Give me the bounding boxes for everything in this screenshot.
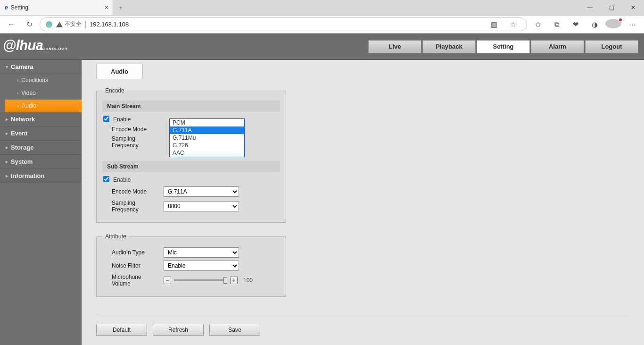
sidebar-group-system[interactable]: ▸ System <box>0 155 82 169</box>
chevron-right-icon: › <box>17 91 18 96</box>
sidebar-label: Network <box>11 116 35 123</box>
nav-refresh-icon[interactable]: ↻ <box>22 20 37 29</box>
save-button[interactable]: Save <box>209 324 260 336</box>
encode-option-g711mu[interactable]: G.711Mu <box>170 134 244 142</box>
action-buttons: Default Refresh Save <box>82 322 644 345</box>
not-secure-label: 不安全 <box>65 20 82 28</box>
sidebar-item-conditions[interactable]: › Conditions <box>5 74 82 87</box>
warning-icon <box>56 22 63 27</box>
content-area: Audio Encode Main Stream Enable Encode M… <box>82 60 644 345</box>
enable-label: Enable <box>113 177 131 183</box>
sub-sampling-select[interactable]: 8000 <box>164 201 239 211</box>
sidebar-group-event[interactable]: ▸ Event <box>0 126 82 141</box>
url-text: 192.168.1.108 <box>90 21 129 28</box>
default-button[interactable]: Default <box>96 324 147 336</box>
sub-sampling-label: Sampling Frequency <box>102 200 160 213</box>
sub-enable-checkbox[interactable] <box>103 176 109 184</box>
encode-option-g711a[interactable]: G.711A <box>170 126 244 134</box>
address-bar-icons: ▥ ☆ <box>486 20 521 29</box>
sub-stream-header: Sub Stream <box>102 161 280 172</box>
brand-logo-text: @lhuaTECHNOLOGY <box>3 38 69 56</box>
tab-close-icon[interactable]: ✕ <box>104 4 109 11</box>
encode-option-aac[interactable]: AAC <box>170 149 244 157</box>
attribute-fieldset: Attribute AudioIn Type Mic Noise Filter … <box>96 233 286 297</box>
top-navigation: Live Playback Setting Alarm Logout <box>368 40 638 53</box>
profile-avatar[interactable] <box>605 19 621 30</box>
noise-filter-select[interactable]: Enable <box>164 261 239 271</box>
browser-tab[interactable]: e Setting ✕ <box>0 0 113 15</box>
page-tab-audio[interactable]: Audio <box>96 64 143 79</box>
window-minimize[interactable]: — <box>579 0 601 15</box>
extensions-icon[interactable]: ◑ <box>586 20 603 29</box>
favorites-bar-icon[interactable]: ✩ <box>530 20 546 29</box>
browser-tab-strip: e Setting ✕ ＋ — ▢ ✕ <box>0 0 644 15</box>
app-header: @lhuaTECHNOLOGY Live Playback Setting Al… <box>0 34 644 60</box>
sidebar-label: Storage <box>11 144 33 151</box>
sidebar-item-label: Audio <box>22 102 36 109</box>
refresh-button[interactable]: Refresh <box>153 324 204 336</box>
nav-live[interactable]: Live <box>368 40 421 53</box>
sidebar-label: Information <box>11 172 45 179</box>
mic-volume-control: − + 100 <box>164 277 253 284</box>
volume-increase-button[interactable]: + <box>230 277 238 284</box>
audioin-type-select[interactable]: Mic <box>164 247 239 258</box>
sub-encode-mode-label: Encode Mode <box>102 188 160 195</box>
new-tab-button[interactable]: ＋ <box>113 0 128 15</box>
sidebar-label: System <box>11 158 33 165</box>
encode-option-g726[interactable]: G.726 <box>170 142 244 149</box>
address-input[interactable]: 不安全 192.168.1.108 ▥ ☆ <box>40 17 527 31</box>
tab-title: Setting <box>11 4 28 11</box>
nav-playback[interactable]: Playback <box>422 40 476 53</box>
window-maximize[interactable]: ▢ <box>601 0 622 15</box>
window-close[interactable]: ✕ <box>622 0 644 15</box>
sidebar: ▾ Camera › Conditions › Video › Audio ▸ … <box>0 60 82 345</box>
browser-address-bar: ← ↻ 不安全 192.168.1.108 ▥ ☆ ✩ ⧉ ❤ ◑ ⋯ <box>0 15 644 34</box>
more-icon[interactable]: ⋯ <box>624 20 640 29</box>
chevron-right-icon: ▸ <box>6 145 8 150</box>
encode-legend: Encode <box>102 87 127 94</box>
nav-setting[interactable]: Setting <box>477 40 530 53</box>
main-encode-mode-label: Encode Mode <box>102 126 160 133</box>
volume-slider[interactable] <box>174 279 227 281</box>
audio-settings: Encode Main Stream Enable Encode Mode PC… <box>82 79 644 312</box>
main-sampling-label: Sampling Frequency <box>102 135 160 149</box>
chevron-right-icon: › <box>17 78 18 83</box>
chevron-right-icon: › <box>17 103 19 109</box>
separator <box>85 21 86 28</box>
chevron-right-icon: ▸ <box>6 173 8 178</box>
audioin-type-label: AudioIn Type <box>102 249 160 256</box>
chevron-right-icon: ▸ <box>6 131 8 136</box>
not-secure-indicator: 不安全 <box>56 20 82 28</box>
toolbar-icons: ✩ ⧉ ❤ ◑ ⋯ <box>530 19 640 30</box>
sidebar-group-storage[interactable]: ▸ Storage <box>0 141 82 155</box>
volume-decrease-button[interactable]: − <box>164 277 171 284</box>
sidebar-group-information[interactable]: ▸ Information <box>0 169 82 183</box>
sidebar-item-video[interactable]: › Video <box>5 87 82 100</box>
nav-logout[interactable]: Logout <box>585 40 638 53</box>
chevron-down-icon: ▾ <box>6 64 8 69</box>
sidebar-item-audio[interactable]: › Audio <box>5 100 82 112</box>
reading-mode-icon[interactable]: ▥ <box>486 20 502 29</box>
collections-icon[interactable]: ⧉ <box>549 20 565 29</box>
chevron-right-icon: ▸ <box>6 159 8 164</box>
nav-back-icon[interactable]: ← <box>4 20 19 29</box>
health-icon[interactable]: ❤ <box>568 20 584 29</box>
chevron-right-icon: ▸ <box>6 117 8 122</box>
main-encode-mode-dropdown-open[interactable]: PCM G.711A G.711Mu G.726 AAC <box>169 118 245 157</box>
window-controls: — ▢ ✕ <box>579 0 644 15</box>
sidebar-group-camera[interactable]: ▾ Camera <box>0 60 82 74</box>
volume-value: 100 <box>243 277 253 284</box>
nav-alarm[interactable]: Alarm <box>531 40 584 53</box>
separator <box>96 314 630 314</box>
sidebar-label: Camera <box>11 63 33 70</box>
sidebar-group-network[interactable]: ▸ Network <box>0 112 82 126</box>
volume-thumb[interactable] <box>223 277 227 284</box>
encode-option-pcm[interactable]: PCM <box>170 119 244 126</box>
ie-icon: e <box>5 4 8 11</box>
sub-encode-mode-select[interactable]: G.711A <box>164 186 239 197</box>
enable-label: Enable <box>113 116 131 123</box>
sidebar-item-label: Conditions <box>21 77 48 84</box>
main-enable-checkbox[interactable] <box>103 116 109 123</box>
favorite-icon[interactable]: ☆ <box>505 20 521 29</box>
sidebar-item-label: Video <box>21 90 35 96</box>
